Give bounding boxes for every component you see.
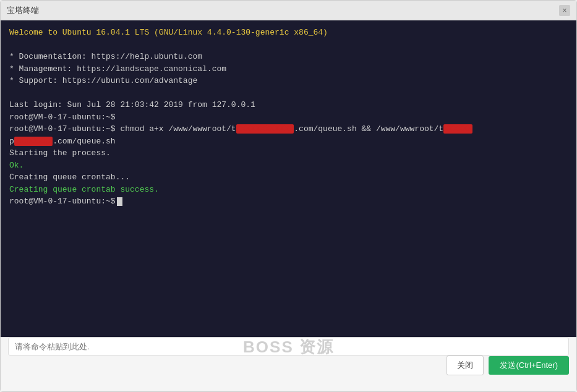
terminal-line: root@VM-0-17-ubuntu:~$ [9,195,568,208]
bottom-bar: BOSS 资源 关闭 发送(Ctrl+Enter) [1,337,576,391]
terminal-line: pXXXXXXXX.com/queue.sh [9,135,568,148]
terminal-line [9,39,568,51]
terminal-line: root@VM-0-17-ubuntu:~$ [9,111,568,124]
terminal-line: Ok. [9,160,568,172]
terminal-line: Creating queue crontab... [9,171,568,184]
input-row [1,338,576,356]
terminal-line: * Support: https://ubuntu.com/advantage [9,75,568,87]
window-title: 宝塔终端 [7,5,39,16]
terminal-output: Welcome to Ubuntu 16.04.1 LTS (GNU/Linux… [1,20,576,337]
terminal-cursor [117,197,122,206]
terminal-line: Starting the process. [9,147,568,160]
terminal-line: Welcome to Ubuntu 16.04.1 LTS (GNU/Linux… [9,27,568,39]
terminal-line: Last login: Sun Jul 28 21:03:42 2019 fro… [9,99,568,111]
terminal-line: root@VM-0-17-ubuntu:~$ chmod a+x /www/ww… [9,123,568,135]
terminal-line [9,87,568,100]
window-close-button[interactable]: × [559,5,570,16]
terminal-window: 宝塔终端 × Welcome to Ubuntu 16.04.1 LTS (GN… [0,0,577,392]
command-input[interactable] [8,338,569,356]
button-row: 关闭 发送(Ctrl+Enter) [1,356,576,381]
terminal-line: * Management: https://landscape.canonica… [9,63,568,75]
terminal-line: * Documentation: https://help.ubuntu.com [9,51,568,63]
title-bar: 宝塔终端 × [1,1,576,20]
terminal-line: Creating queue crontab success. [9,184,568,196]
send-button[interactable]: 发送(Ctrl+Enter) [489,356,569,375]
close-button[interactable]: 关闭 [447,356,484,375]
